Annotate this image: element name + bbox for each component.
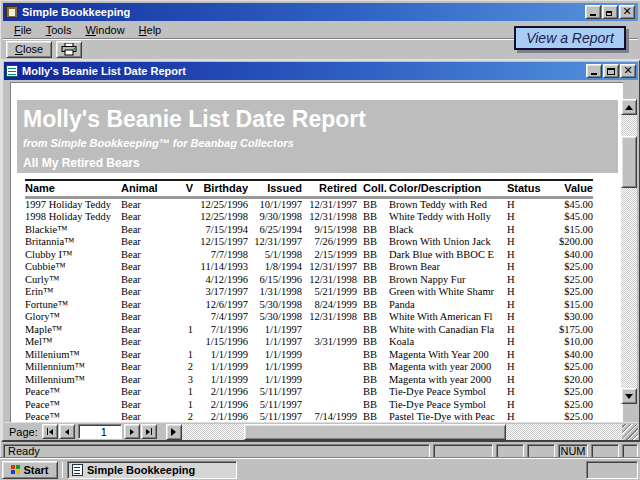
cell-animal: Bear — [121, 311, 177, 324]
scroll-up-button[interactable] — [621, 99, 637, 115]
cell-status: H — [507, 336, 547, 349]
status-panel — [527, 444, 555, 458]
horizontal-scrollbar[interactable] — [166, 424, 622, 440]
restore-button[interactable] — [602, 5, 618, 19]
report-maximize-button[interactable] — [603, 64, 619, 78]
start-label: Start — [23, 464, 48, 476]
cell-value: $25.00 — [547, 261, 593, 274]
cell-coll: BB — [357, 286, 389, 299]
cell-status: H — [507, 274, 547, 287]
table-row: Erin™Bear3/17/19971/31/19985/21/1999BBGr… — [25, 286, 593, 299]
cell-color-description: Magenta With Year 200 — [389, 349, 507, 362]
resize-grip[interactable] — [622, 424, 638, 440]
horizontal-scroll-thumb[interactable] — [244, 424, 506, 440]
cell-retired — [302, 361, 357, 374]
menu-tools[interactable]: Tools — [39, 22, 79, 38]
cell-name: Curly™ — [25, 274, 121, 287]
status-panel — [591, 444, 619, 458]
cell-color-description: Black — [389, 224, 507, 237]
view-a-report-button[interactable]: View a Report — [514, 26, 626, 50]
close-button[interactable]: ✕ — [619, 5, 635, 19]
report-window: Molly's Beanie List Date Report ✕ Molly'… — [1, 59, 640, 442]
cell-value: $25.00 — [547, 386, 593, 399]
menu-file[interactable]: File — [7, 22, 39, 38]
menu-window[interactable]: Window — [78, 22, 131, 38]
cell-name: 1997 Holiday Teddy — [25, 197, 121, 211]
column-header-birthday: Birthday — [193, 180, 248, 197]
last-page-button[interactable] — [141, 424, 157, 439]
cell-coll: BB — [357, 249, 389, 262]
cell-v: 2 — [177, 411, 193, 422]
cell-v: 3 — [177, 374, 193, 387]
cell-value: $40.00 — [547, 349, 593, 362]
report-minimize-button[interactable] — [586, 64, 602, 78]
previous-page-button[interactable] — [59, 424, 75, 439]
vertical-scroll-thumb[interactable] — [621, 136, 637, 188]
cell-birthday: 12/15/1997 — [193, 236, 248, 249]
cell-birthday: 11/14/1993 — [193, 261, 248, 274]
cell-animal: Bear — [121, 211, 177, 224]
cell-name: Mel™ — [25, 336, 121, 349]
cell-value: $25.00 — [547, 411, 593, 422]
cell-name: Millenium™ — [25, 349, 121, 362]
cell-name: Clubby I™ — [25, 249, 121, 262]
cell-color-description: Pastel Tie-Dye with Peac — [389, 411, 507, 422]
cell-value: $15.00 — [547, 299, 593, 312]
cell-coll: BB — [357, 349, 389, 362]
cell-birthday: 3/17/1997 — [193, 286, 248, 299]
next-page-button[interactable] — [124, 424, 140, 439]
minimize-button[interactable] — [585, 5, 601, 19]
cell-retired: 5/21/1999 — [302, 286, 357, 299]
scroll-down-button[interactable] — [621, 388, 637, 404]
system-tray — [586, 461, 638, 479]
close-report-button[interactable]: Close — [6, 41, 52, 58]
cell-value: $40.00 — [547, 249, 593, 262]
cell-v — [177, 249, 193, 262]
cell-v — [177, 261, 193, 274]
cell-issued: 1/1/1999 — [248, 361, 302, 374]
taskbar-task-simple-bookkeeping[interactable]: Simple Bookkeeping — [67, 461, 237, 479]
status-panel — [622, 444, 638, 458]
table-header-row: NameAnimalVBirthdayIssuedRetiredColl.Col… — [25, 180, 593, 197]
vertical-scrollbar[interactable] — [621, 99, 637, 404]
status-text: Ready — [3, 444, 430, 458]
menu-help[interactable]: Help — [132, 22, 169, 38]
cell-retired: 12/31/1997 — [302, 261, 357, 274]
cell-animal: Bear — [121, 236, 177, 249]
cell-value: $25.00 — [547, 399, 593, 412]
arrow-right-icon — [171, 428, 176, 436]
cell-name: Millennium™ — [25, 361, 121, 374]
cell-retired: 12/31/1998 — [302, 274, 357, 287]
cell-v — [177, 236, 193, 249]
cell-issued: 6/15/1996 — [248, 274, 302, 287]
cell-color-description: Tie-Dye Peace Symbol — [389, 386, 507, 399]
start-button[interactable]: Start — [2, 461, 58, 479]
cell-status: H — [507, 197, 547, 211]
column-header-value: Value — [547, 180, 593, 197]
cell-coll: BB — [357, 274, 389, 287]
cell-status: H — [507, 311, 547, 324]
scroll-right-button[interactable] — [166, 424, 182, 440]
num-lock-indicator: NUM — [558, 444, 588, 458]
cell-status: H — [507, 211, 547, 224]
close-icon: ✕ — [622, 7, 631, 17]
table-row: Maple™Bear17/1/19961/1/1997BBWhite with … — [25, 324, 593, 337]
cell-color-description: Koala — [389, 336, 507, 349]
page-number-input[interactable] — [78, 424, 122, 439]
cell-coll: BB — [357, 324, 389, 337]
print-button[interactable] — [56, 41, 82, 58]
cell-birthday: 1/1/1999 — [193, 374, 248, 387]
cell-status: H — [507, 236, 547, 249]
cell-status: H — [507, 374, 547, 387]
report-table-body: 1997 Holiday TeddyBear12/25/199610/1/199… — [25, 197, 593, 422]
cell-v — [177, 211, 193, 224]
cell-name: Britannia™ — [25, 236, 121, 249]
table-row: Clubby I™Bear7/7/19985/1/19982/15/1999BB… — [25, 249, 593, 262]
cell-value: $45.00 — [547, 211, 593, 224]
report-close-button[interactable]: ✕ — [620, 64, 636, 78]
cell-v — [177, 299, 193, 312]
first-page-button[interactable] — [42, 424, 58, 439]
table-row: Millennium™Bear21/1/19991/1/1999BBMagent… — [25, 361, 593, 374]
cell-coll: BB — [357, 236, 389, 249]
table-row: Peace™Bear12/1/19965/11/1997BBTie-Dye Pe… — [25, 399, 593, 412]
